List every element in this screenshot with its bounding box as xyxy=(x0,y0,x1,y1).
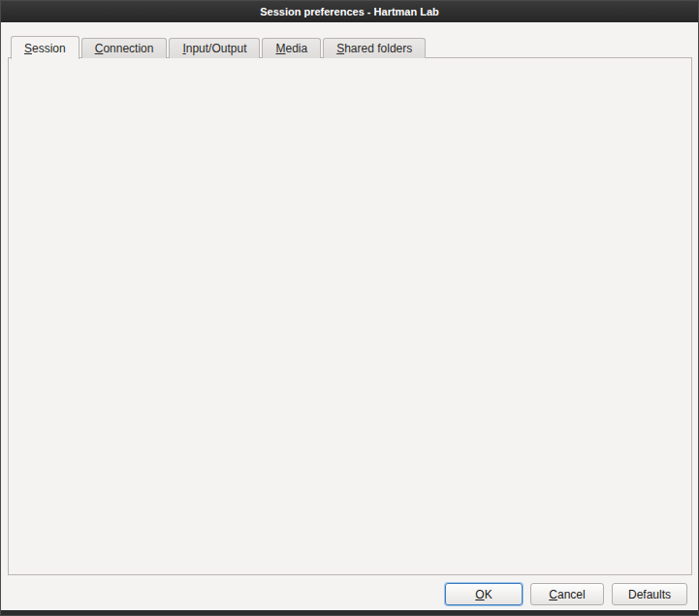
tab-session[interactable]: Session xyxy=(11,36,79,59)
session-preferences-dialog: Session preferences - Hartman Lab Sessio… xyxy=(0,0,699,616)
window-title: Session preferences - Hartman Lab xyxy=(260,6,439,17)
window-bottom-border xyxy=(1,610,698,615)
cancel-button[interactable]: Cancel xyxy=(530,583,604,605)
tab-bar: Session Connection Input/Output Media Sh… xyxy=(11,35,428,58)
tab-shared-folders[interactable]: Shared folders xyxy=(323,38,426,58)
tab-media[interactable]: Media xyxy=(262,38,321,58)
tab-input-output[interactable]: Input/Output xyxy=(169,38,260,58)
tab-connection[interactable]: Connection xyxy=(81,38,168,58)
defaults-button[interactable]: Defaults xyxy=(612,583,687,605)
tab-content-frame xyxy=(8,57,692,575)
ok-button[interactable]: OK xyxy=(445,583,523,605)
titlebar[interactable]: Session preferences - Hartman Lab xyxy=(1,1,698,22)
